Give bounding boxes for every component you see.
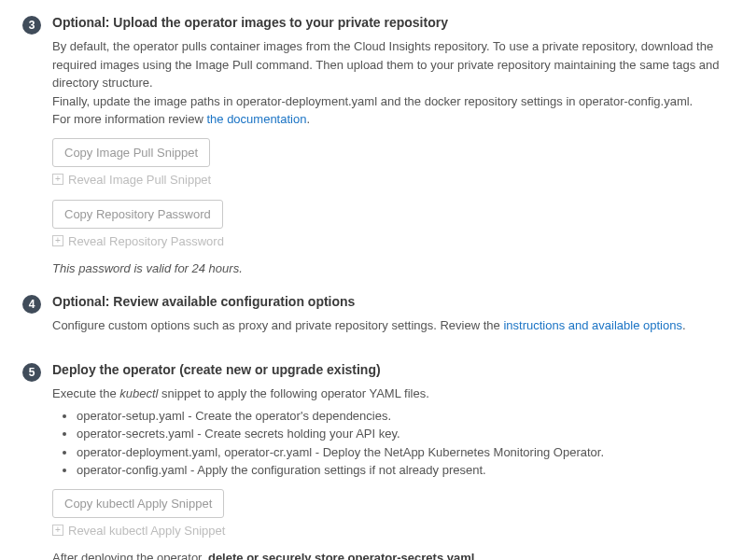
step-description: Execute the kubectl snippet to apply the… xyxy=(52,385,721,403)
documentation-link[interactable]: the documentation xyxy=(206,112,306,126)
list-item: operator-deployment.yaml, operator-cr.ya… xyxy=(77,443,721,462)
step-title: Optional: Review available configuration… xyxy=(52,294,721,309)
step-description: By default, the operator pulls container… xyxy=(52,37,721,129)
copy-kubectl-apply-button[interactable]: Copy kubectl Apply Snippet xyxy=(52,489,224,518)
step-number-badge: 5 xyxy=(22,363,41,382)
yaml-file-list: operator-setup.yaml - Create the operato… xyxy=(52,407,721,480)
after-deploy-note: After deploying the operator, delete or … xyxy=(52,551,721,561)
step-number-badge: 3 xyxy=(22,16,41,35)
copy-repo-password-button[interactable]: Copy Repository Password xyxy=(52,200,223,229)
step-number-badge: 4 xyxy=(22,295,41,314)
step-title: Deploy the operator (create new or upgra… xyxy=(52,362,721,377)
reveal-repo-password-toggle[interactable]: + Reveal Repository Password xyxy=(52,234,721,248)
reveal-label: Reveal Repository Password xyxy=(68,234,224,248)
list-item: operator-setup.yaml - Create the operato… xyxy=(77,407,721,426)
step-4: 4 Optional: Review available configurati… xyxy=(22,294,721,344)
expand-icon: + xyxy=(52,174,63,185)
desc-text: . xyxy=(306,112,310,126)
secure-store-warning: delete or securely store operator-secret… xyxy=(208,551,478,561)
expand-icon: + xyxy=(52,525,63,536)
instructions-link[interactable]: instructions and available options xyxy=(503,318,682,332)
reveal-kubectl-apply-toggle[interactable]: + Reveal kubectl Apply Snippet xyxy=(52,524,721,538)
expand-icon: + xyxy=(52,235,63,246)
desc-text: By default, the operator pulls container… xyxy=(52,39,719,90)
desc-text: Execute the xyxy=(52,386,119,400)
list-item: operator-secrets.yaml - Create secrets h… xyxy=(77,425,721,443)
kubectl-word: kubectl xyxy=(119,386,158,400)
copy-image-pull-button[interactable]: Copy Image Pull Snippet xyxy=(52,138,210,167)
desc-text: Finally, update the image paths in opera… xyxy=(52,94,693,108)
desc-text: . xyxy=(682,318,686,332)
desc-text: snippet to apply the following operator … xyxy=(158,386,428,400)
desc-text: Configure custom options such as proxy a… xyxy=(52,318,503,332)
step-5: 5 Deploy the operator (create new or upg… xyxy=(22,362,721,560)
desc-text: After deploying the operator, xyxy=(52,551,208,561)
reveal-image-pull-toggle[interactable]: + Reveal Image Pull Snippet xyxy=(52,173,721,187)
step-3: 3 Optional: Upload the operator images t… xyxy=(22,15,721,275)
password-validity-note: This password is valid for 24 hours. xyxy=(52,261,721,275)
step-body: Optional: Upload the operator images to … xyxy=(52,15,721,275)
step-body: Optional: Review available configuration… xyxy=(52,294,721,344)
step-body: Deploy the operator (create new or upgra… xyxy=(52,362,721,560)
reveal-label: Reveal Image Pull Snippet xyxy=(68,173,211,187)
reveal-label: Reveal kubectl Apply Snippet xyxy=(68,524,225,538)
step-title: Optional: Upload the operator images to … xyxy=(52,15,721,30)
list-item: operator-config.yaml - Apply the configu… xyxy=(77,461,721,480)
desc-text: For more information review xyxy=(52,112,206,126)
step-description: Configure custom options such as proxy a… xyxy=(52,316,721,335)
